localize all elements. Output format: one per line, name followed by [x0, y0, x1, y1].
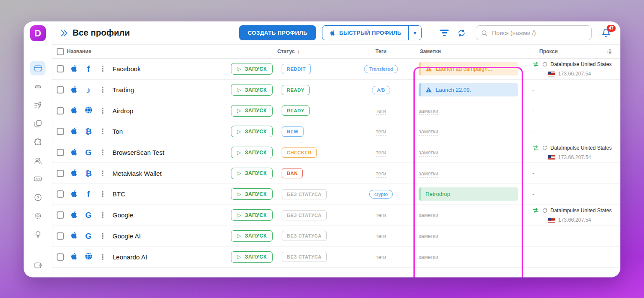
row-menu-kebab-icon[interactable]: ⋮: [96, 169, 109, 178]
note[interactable]: заметки: [419, 129, 438, 135]
quick-profile-button[interactable]: БЫСТРЫЙ ПРОФИЛЬ: [322, 26, 408, 40]
column-header-notes[interactable]: Заметки: [413, 48, 523, 54]
note[interactable]: Launch 22.09.: [419, 83, 518, 96]
status-badge[interactable]: NEW: [282, 126, 304, 137]
tag[interactable]: теги: [376, 233, 386, 240]
tag[interactable]: crypto: [369, 190, 393, 199]
tag[interactable]: теги: [376, 212, 386, 219]
api-icon[interactable]: API: [30, 172, 46, 186]
row-checkbox[interactable]: [57, 170, 64, 177]
row-checkbox[interactable]: [57, 190, 64, 198]
team-icon[interactable]: [30, 153, 46, 168]
row-checkbox[interactable]: [57, 211, 64, 219]
proxy-refresh-icon[interactable]: [542, 145, 548, 151]
row-checkbox[interactable]: [57, 253, 64, 261]
note[interactable]: Launch ad campaigh...: [419, 62, 518, 75]
proxy-rotate-icon[interactable]: [532, 144, 539, 151]
proxy-empty: -: [532, 87, 620, 93]
status-badge[interactable]: READY: [282, 105, 310, 116]
table-header: Название Статус ↑ Теги Заметки Прокси: [52, 44, 620, 59]
us-flag-icon: [548, 218, 555, 223]
row-menu-kebab-icon[interactable]: ⋮: [96, 232, 109, 241]
row-checkbox[interactable]: [57, 86, 64, 93]
tag[interactable]: теги: [376, 150, 386, 157]
notifications-bell-icon[interactable]: 47: [601, 28, 611, 38]
row-menu-kebab-icon[interactable]: ⋮: [96, 211, 109, 220]
launch-button[interactable]: ▷ ЗАПУСК: [231, 209, 273, 221]
tag[interactable]: теги: [376, 171, 386, 178]
launch-button[interactable]: ▷ ЗАПУСК: [231, 126, 273, 137]
proxy-rotate-icon[interactable]: [532, 61, 539, 68]
collapse-sidebar-icon[interactable]: [59, 29, 68, 38]
row-checkbox[interactable]: [57, 107, 64, 114]
tag[interactable]: теги: [376, 108, 386, 115]
quick-profile-dropdown-caret[interactable]: ▼: [408, 26, 421, 40]
row-checkbox[interactable]: [57, 232, 64, 240]
settings-icon[interactable]: [30, 208, 46, 223]
status-badge[interactable]: БЕЗ СТАТУСА: [282, 210, 327, 220]
status-badge[interactable]: BAN: [282, 168, 303, 178]
os-icon-cell: [67, 127, 81, 136]
tag[interactable]: теги: [376, 129, 386, 135]
launch-button[interactable]: ▷ ЗАПУСК: [231, 84, 273, 96]
row-menu-kebab-icon[interactable]: ⋮: [96, 127, 109, 136]
filter-icon[interactable]: [440, 30, 449, 36]
extensions-icon[interactable]: [30, 135, 46, 149]
row-menu-kebab-icon[interactable]: ⋮: [96, 253, 109, 262]
launch-button[interactable]: ▷ ЗАПУСК: [231, 230, 273, 242]
status-badge[interactable]: REDDIT: [282, 64, 311, 74]
play-icon: ▷: [237, 107, 241, 114]
create-profile-button[interactable]: СОЗДАТЬ ПРОФИЛЬ: [239, 25, 316, 40]
row-checkbox[interactable]: [57, 65, 64, 72]
select-all-checkbox[interactable]: [57, 48, 64, 55]
launch-button[interactable]: ▷ ЗАПУСК: [231, 147, 273, 158]
row-menu-kebab-icon[interactable]: ⋮: [96, 106, 109, 115]
wallet-icon[interactable]: [30, 258, 46, 272]
note[interactable]: Retrodrop: [419, 187, 518, 201]
browser-profiles-icon[interactable]: [30, 61, 46, 75]
table-settings-gear-icon[interactable]: [606, 48, 614, 55]
row-checkbox[interactable]: [57, 149, 64, 156]
proxy-refresh-icon[interactable]: [542, 61, 548, 67]
note[interactable]: заметки: [419, 212, 438, 219]
refresh-icon[interactable]: [457, 29, 466, 37]
tag[interactable]: теги: [376, 254, 386, 261]
tag[interactable]: A/B: [372, 86, 390, 94]
status-badge[interactable]: БЕЗ СТАТУСА: [282, 252, 327, 262]
launch-button[interactable]: ▷ ЗАПУСК: [231, 168, 273, 179]
column-header-name[interactable]: Название: [67, 48, 231, 54]
automation-icon[interactable]: [30, 98, 46, 112]
pages-icon[interactable]: [30, 116, 46, 131]
column-header-tags[interactable]: Теги: [349, 48, 413, 54]
platform-icon-cell: [81, 252, 96, 262]
launch-button[interactable]: ▷ ЗАПУСК: [231, 188, 273, 200]
launch-button[interactable]: ▷ ЗАПУСК: [231, 63, 273, 75]
status-badge[interactable]: CHECKER: [282, 147, 317, 158]
note[interactable]: заметки: [419, 150, 438, 157]
note[interactable]: заметки: [419, 254, 438, 261]
row-menu-kebab-icon[interactable]: ⋮: [96, 64, 109, 73]
status-badge[interactable]: БЕЗ СТАТУСА: [282, 231, 327, 241]
notification-count-badge: 47: [607, 25, 616, 32]
row-menu-kebab-icon[interactable]: ⋮: [96, 85, 109, 94]
launch-button[interactable]: ▷ ЗАПУСК: [231, 105, 273, 117]
column-header-status[interactable]: Статус ↑: [277, 48, 349, 55]
row-menu-kebab-icon[interactable]: ⋮: [96, 148, 109, 157]
status-badge[interactable]: READY: [282, 85, 310, 95]
row-checkbox[interactable]: [57, 128, 64, 135]
os-icon-cell: [67, 190, 81, 199]
note[interactable]: заметки: [419, 108, 438, 115]
ideas-icon[interactable]: [30, 227, 46, 241]
search-input[interactable]: [491, 29, 586, 37]
proxy-empty: -: [532, 254, 620, 260]
note[interactable]: заметки: [419, 171, 438, 178]
note[interactable]: заметки: [419, 233, 438, 240]
tag[interactable]: Transfered: [364, 65, 398, 73]
help-icon[interactable]: ?: [30, 190, 46, 205]
status-badge[interactable]: БЕЗ СТАТУСА: [282, 189, 327, 199]
row-menu-kebab-icon[interactable]: ⋮: [96, 190, 109, 199]
link-icon[interactable]: [30, 79, 46, 94]
proxy-refresh-icon[interactable]: [542, 208, 548, 214]
launch-button[interactable]: ▷ ЗАПУСК: [231, 251, 273, 263]
proxy-rotate-icon[interactable]: [532, 207, 539, 214]
